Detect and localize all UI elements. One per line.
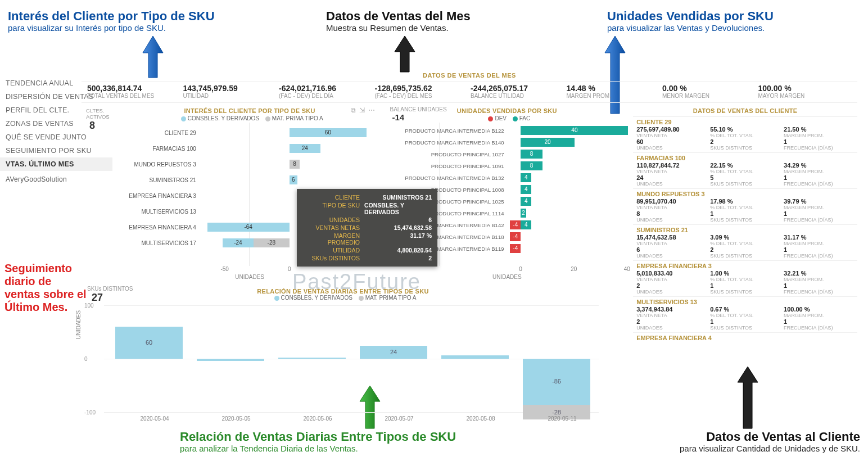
daily-chart-box[interactable]: SKUs DISTINTOS27 RELACIÓN DE VENTAS DIAR…	[82, 286, 604, 412]
kpi-cell: 500,336,814.74TOTAL VENTAS DEL MES	[86, 84, 182, 99]
mid-row: CLTES. ACTIVOS 8 ⧉ ⇲ ⋯ INTERÉS DEL CLIEN…	[82, 105, 857, 279]
callout-interes: Interés del Cliente por Tipo de SKU para…	[8, 9, 215, 33]
customer-card[interactable]: SUMINISTROS 2115,474,632.58VENTA NETA3.0…	[633, 224, 857, 260]
copy-icon[interactable]: ⧉	[351, 106, 356, 114]
chartB-row[interactable]: PRODUCTO MARCA INTERMEDIA B1324	[386, 172, 627, 183]
callout-datos-mes: Datos de Ventas del Mes Muestra su Resum…	[326, 9, 471, 33]
chartA-row[interactable]: CLIENTE 2960	[121, 126, 379, 139]
kpi-cell: 14.48 %MARGEN PROM.	[566, 84, 662, 99]
chartB-row[interactable]: PRODUCTO MARCA INTERMEDIA B14020	[386, 137, 627, 148]
dashboard-panel: DATOS DE VENTAS DEL MES 500,336,814.74TO…	[82, 72, 857, 279]
kpi-cell: 0.00 %MENOR MARGEN	[661, 84, 757, 99]
kpi-row: 500,336,814.74TOTAL VENTAS DEL MES143,74…	[82, 81, 857, 103]
callout-unidades-sku: Unidades Vendidas por SKU para visualiza…	[607, 9, 774, 33]
more-icon[interactable]: ⋯	[368, 106, 375, 114]
arrow-up-black-1	[394, 36, 416, 73]
chartB-row[interactable]: PRODUCTO MARCA INTERMEDIA B12240	[386, 125, 627, 136]
chartA-row[interactable]: SUMINISTROS 216	[121, 173, 379, 187]
chartA-row[interactable]: FARMACIAS 10024	[121, 142, 379, 155]
chartA-row[interactable]: MUNDO REPUESTOS 38	[121, 157, 379, 171]
callout-seguimiento: Seguimiento diario de ventas sobre el Úl…	[4, 262, 89, 314]
chart-action-icons: ⧉ ⇲ ⋯	[351, 106, 375, 114]
chartB-row[interactable]: PRODUCTO PRINCIPAL 10278	[386, 148, 627, 160]
cltes-activos: CLTES. ACTIVOS 8	[82, 105, 115, 279]
kpi-cell: 143,745,979.59UTILIDAD	[182, 84, 278, 99]
customer-card[interactable]: MUNDO REPUESTOS 389,951,070.40VENTA NETA…	[633, 188, 857, 224]
customer-card[interactable]: EMPRESA FINANCIERA 4	[633, 332, 857, 344]
customer-card[interactable]: MULTISERVICIOS 133,374,943.84VENTA NETA0…	[633, 296, 857, 332]
customer-card[interactable]: EMPRESA FINANCIERA 35,010,833.40VENTA NE…	[633, 260, 857, 296]
kpi-strip-title: DATOS DE VENTAS DEL MES	[82, 72, 857, 81]
customer-data-panel: DATOS DE VENTAS DEL CLIENTE CLIENTE 2927…	[633, 105, 857, 279]
kpi-cell: -624,021,716.96(FAC - DEV) DEL DÍA	[278, 84, 374, 99]
kpi-cell: 100.00 %MAYOR MARGEN	[757, 84, 853, 99]
kpi-cell: -128,695,735.62(FAC - DEV) DEL MES	[374, 84, 470, 99]
export-icon[interactable]: ⇲	[359, 106, 365, 114]
customer-card[interactable]: FARMACIAS 100110,827,844.72VENTA NETA22.…	[633, 152, 857, 188]
callout-relacion-diaria: Relación de Ventas Diarias Entre Tipos d…	[180, 430, 456, 454]
callout-datos-cliente: Datos de Ventas al Cliente para visualiz…	[585, 430, 860, 454]
customer-card[interactable]: CLIENTE 29275,697,489.80VENTA NETA55.10 …	[633, 116, 857, 152]
kpi-cell: -244,265,075.17BALANCE UTILIDAD	[469, 84, 566, 99]
chartB-row[interactable]: PRODUCTO PRINCIPAL 10918	[386, 160, 627, 171]
watermark: Past2Future	[292, 270, 421, 294]
chart-tooltip: CLIENTESUMINISTROS 21TIPO DE SKUCONSBLES…	[297, 189, 437, 267]
arrow-up-black-2	[736, 367, 759, 430]
